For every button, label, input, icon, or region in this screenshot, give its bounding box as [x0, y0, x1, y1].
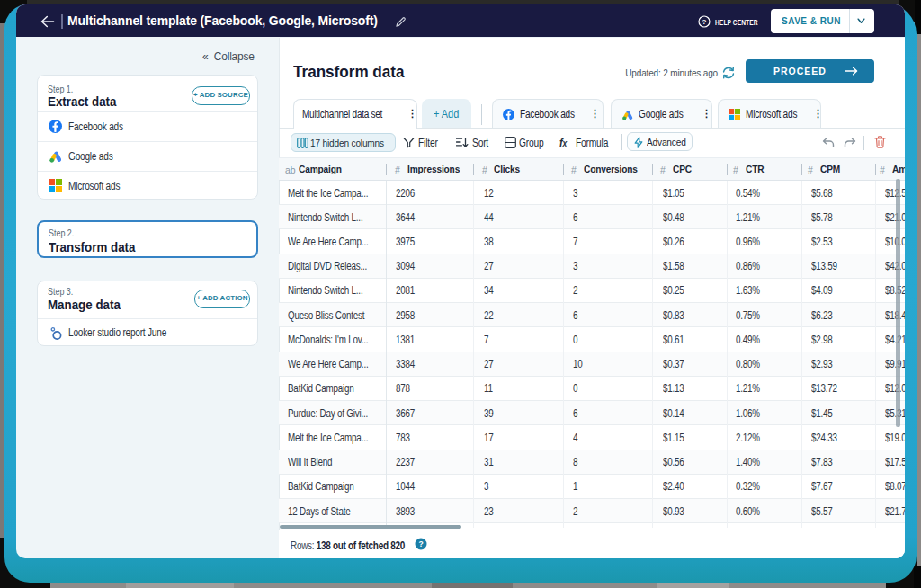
svg-text:?: ? — [702, 18, 707, 26]
svg-text:?: ? — [418, 539, 423, 548]
